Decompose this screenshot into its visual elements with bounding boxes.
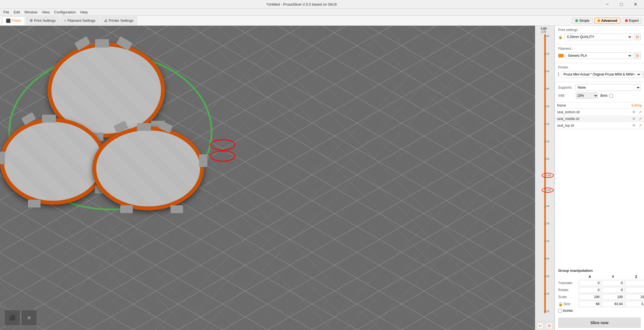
tab-filament-settings-label: Filament Settings bbox=[67, 18, 95, 23]
view-icons: ⬛ ≡ bbox=[4, 310, 37, 326]
objects-table-section: Name Editing seal_bottom.stl 👁 ↗ bbox=[555, 102, 644, 129]
br-disc-surface bbox=[96, 130, 200, 206]
objects-container bbox=[0, 26, 535, 330]
bottom-right-disc-group bbox=[92, 126, 204, 210]
maximize-button[interactable]: □ bbox=[615, 0, 628, 9]
slice-button[interactable]: Slice now bbox=[558, 318, 641, 328]
rotate-x-input[interactable] bbox=[579, 287, 601, 293]
menu-file[interactable]: File bbox=[1, 10, 11, 15]
scale-label-080: 0.80 bbox=[535, 257, 553, 260]
eye-icon-1[interactable]: 👁 bbox=[632, 117, 636, 121]
print-settings-section: Print settings : 🔒 0.20mm QUALITY ⚙ bbox=[555, 26, 644, 44]
edit-icon-0[interactable]: ↗ bbox=[638, 110, 642, 114]
print-settings-label: Print settings : bbox=[558, 28, 579, 32]
menu-edit[interactable]: Edit bbox=[11, 10, 22, 15]
menu-view[interactable]: View bbox=[40, 10, 52, 15]
filament-config-button[interactable]: ⚙ bbox=[634, 52, 641, 59]
size-label-group: 🔒 Size: bbox=[558, 302, 578, 306]
scale-z-input[interactable] bbox=[625, 294, 644, 300]
mode-expert[interactable]: Expert bbox=[622, 18, 642, 24]
print-config-button[interactable]: ⚙ bbox=[634, 34, 641, 40]
scale-top-layer: (18) bbox=[536, 30, 551, 33]
print-profile-select[interactable]: 0.20mm QUALITY bbox=[564, 34, 632, 40]
supports-select[interactable]: None bbox=[575, 84, 641, 91]
view-3d-button[interactable]: ⬛ bbox=[4, 310, 20, 326]
printer-config-button[interactable]: ⚙ bbox=[643, 71, 644, 78]
mode-advanced-label: Advanced bbox=[601, 19, 617, 23]
translate-label: Translate: bbox=[558, 281, 578, 285]
main-layout: ⬛ ≡ 3.60 (18) 3.40 3.20 3.00 2.80 2.60 2… bbox=[0, 26, 644, 330]
table-row: seal_bottom.stl 👁 ↗ bbox=[555, 109, 644, 116]
printer-label: Printer : bbox=[558, 65, 574, 69]
scale-y-input[interactable] bbox=[602, 294, 624, 300]
eye-icon-2[interactable]: 👁 bbox=[632, 123, 636, 128]
scale-label-120: 1.20 bbox=[535, 222, 553, 225]
eye-icon-0[interactable]: 👁 bbox=[632, 110, 636, 114]
translate-x-input[interactable] bbox=[579, 280, 601, 286]
scale-x-input[interactable] bbox=[579, 294, 601, 300]
menu-help[interactable]: Help bbox=[78, 10, 90, 15]
scale-row: Scale: % bbox=[558, 294, 641, 300]
bl-disc-surface bbox=[4, 122, 102, 201]
rotate-label: Rotate: bbox=[558, 288, 578, 292]
scale-label-200: 2.00 bbox=[535, 157, 553, 160]
bl-tab-bottom bbox=[28, 200, 41, 208]
minimize-button[interactable]: − bbox=[601, 0, 614, 9]
edit-icon-1[interactable]: ↗ bbox=[638, 117, 642, 121]
col-y: Y bbox=[602, 275, 624, 279]
size-x-input[interactable] bbox=[579, 301, 601, 307]
infill-row: Infill: 15% Brim: bbox=[558, 93, 641, 99]
mode-advanced[interactable]: Advanced bbox=[594, 18, 620, 24]
brim-label: Brim: bbox=[600, 94, 608, 98]
manip-col-headers: X Y Z bbox=[558, 275, 641, 279]
size-z-input[interactable] bbox=[625, 301, 644, 307]
printer-icon bbox=[558, 72, 559, 76]
row-2-name: seal_top.stl bbox=[555, 122, 608, 129]
menu-configuration[interactable]: Configuration bbox=[52, 10, 78, 15]
scale-label-040: 0.40 bbox=[535, 292, 553, 295]
translate-y-input[interactable] bbox=[602, 280, 624, 286]
row-1-name: seal_middle.stl bbox=[555, 115, 608, 122]
filament-label-row: Filament : bbox=[558, 47, 641, 51]
view-layers-button[interactable]: ≡ bbox=[21, 310, 37, 326]
close-button[interactable]: ✕ bbox=[629, 0, 642, 9]
size-y-input[interactable] bbox=[602, 301, 624, 307]
mode-simple[interactable]: Simple bbox=[572, 18, 593, 24]
simple-dot bbox=[575, 19, 578, 22]
rotate-y-input[interactable] bbox=[602, 287, 624, 293]
supports-row: Supports: None bbox=[558, 84, 641, 91]
scale-label-260: 2.60 bbox=[535, 105, 553, 108]
tab-filament-settings[interactable]: ○ Filament Settings bbox=[60, 16, 99, 25]
size-lock-icon: 🔒 bbox=[558, 302, 563, 306]
view-3d-icon: ⬛ bbox=[9, 314, 16, 321]
scale-indicator-180: =1.80 bbox=[542, 173, 554, 178]
viewport[interactable]: ⬛ ≡ bbox=[0, 26, 535, 330]
inches-checkbox[interactable] bbox=[558, 309, 562, 313]
brim-check-group: Brim: bbox=[600, 94, 613, 98]
inches-check-group: Inches bbox=[558, 309, 641, 313]
rotate-z-input[interactable] bbox=[625, 287, 644, 293]
infill-select[interactable]: 15% bbox=[576, 93, 598, 99]
scale-label-300: 3.00 bbox=[535, 70, 553, 73]
printer-select[interactable]: Prusa Mini Actual * Original Prusa MINI … bbox=[561, 71, 641, 78]
undo-button[interactable]: ↩ bbox=[537, 322, 544, 329]
scale-label-020: 0.20 bbox=[535, 310, 553, 313]
filament-select[interactable]: Generic PLA bbox=[565, 52, 632, 59]
table-row: seal_top.stl 👁 ↗ bbox=[555, 122, 644, 129]
edit-icon-2[interactable]: ↗ bbox=[638, 123, 642, 128]
plater-icon: ⬛ bbox=[6, 18, 11, 23]
tab-plater[interactable]: ⬛ Plater bbox=[2, 16, 25, 25]
tab-print-settings[interactable]: ⚙ Print Settings bbox=[26, 16, 59, 25]
row-2-actions: 👁 ↗ bbox=[608, 122, 644, 129]
brim-checkbox[interactable] bbox=[609, 94, 613, 98]
menu-window[interactable]: Window bbox=[22, 10, 39, 15]
settings-button[interactable]: ⚙ bbox=[546, 322, 553, 329]
br-tab-right bbox=[199, 154, 207, 167]
titlebar-controls: − □ ✕ bbox=[601, 0, 642, 9]
row-1-actions: 👁 ↗ bbox=[608, 115, 644, 122]
translate-z-input[interactable] bbox=[625, 280, 644, 286]
tab-printer-settings[interactable]: 🖨 Printer Settings bbox=[100, 16, 137, 25]
titlebar: *Untitled - PrusaSlicer-2.5.0 based on S… bbox=[0, 0, 644, 9]
toolbar: ⬛ Plater ⚙ Print Settings ○ Filament Set… bbox=[0, 16, 644, 26]
scale-labels: 3.40 3.20 3.00 2.80 2.60 2.40 2.20 2.00 … bbox=[535, 34, 553, 313]
